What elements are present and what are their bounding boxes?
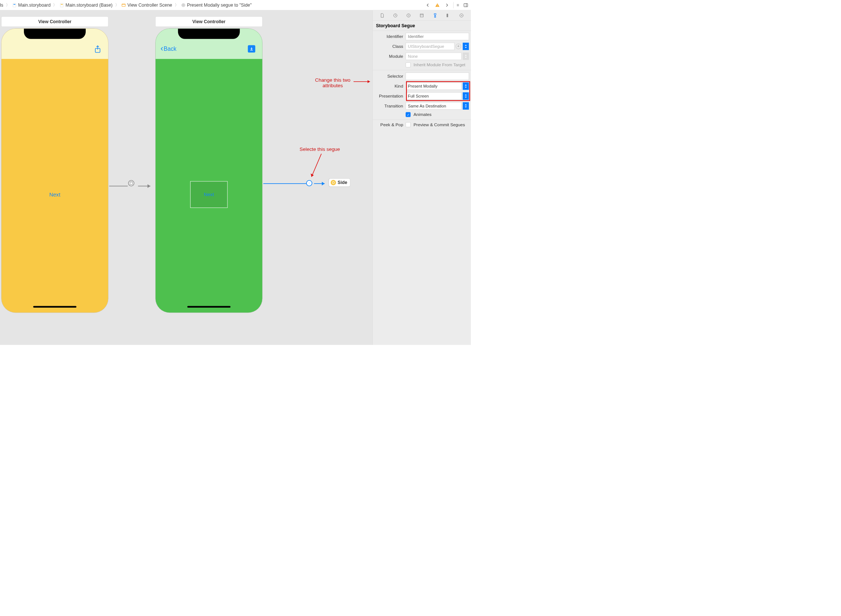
connections-inspector-tab[interactable] — [459, 12, 464, 18]
storyboard-canvas[interactable]: View Controller Next View — [0, 10, 372, 345]
notch-icon — [24, 29, 86, 39]
svg-rect-19 — [130, 182, 132, 182]
kind-label: Kind — [375, 84, 406, 88]
animates-label: Animates — [413, 112, 432, 117]
segue-node-1[interactable] — [128, 180, 134, 186]
selector-label: Selector — [375, 73, 406, 78]
svg-rect-18 — [130, 182, 132, 184]
svg-text:?: ? — [408, 14, 409, 16]
scene-title[interactable]: View Controller — [155, 16, 262, 27]
module-label: Module — [375, 54, 406, 59]
size-inspector-tab[interactable] — [445, 12, 451, 18]
inspector-panel: ? Storyboard Segue Identifier Class UISt… — [372, 10, 471, 345]
transition-label: Transition — [375, 103, 406, 108]
breadcrumb-bar: ls〉 Main.storyboard〉 Main.storyboard (Ba… — [0, 0, 471, 10]
outline-icon[interactable] — [453, 2, 460, 8]
segue-node-selected[interactable] — [306, 180, 312, 186]
svg-point-25 — [332, 182, 334, 183]
selector-field[interactable] — [406, 72, 469, 80]
module-dropdown-button[interactable] — [463, 53, 469, 60]
inspector-tabs: ? — [373, 10, 471, 21]
section-title: Storyboard Segue — [373, 21, 471, 31]
attributes-inspector-tab[interactable] — [432, 12, 438, 18]
presentation-label: Presentation — [375, 94, 406, 98]
identity-inspector-tab[interactable] — [419, 12, 425, 18]
adjust-editor-icon[interactable] — [463, 2, 469, 8]
breadcrumb[interactable]: ls〉 Main.storyboard〉 Main.storyboard (Ba… — [0, 2, 252, 8]
segue-arrow-selected[interactable] — [264, 181, 327, 187]
history-inspector-tab[interactable] — [392, 12, 399, 18]
scene-icon — [121, 3, 126, 7]
storyboard-base-icon — [59, 3, 64, 7]
svg-rect-7 — [183, 4, 184, 6]
nav-back-icon[interactable] — [425, 2, 431, 8]
annotation-arrow-1 — [353, 79, 373, 84]
peek-pop-label: Peek & Pop — [375, 122, 406, 127]
inherit-module-label: Inherit Module From Target — [413, 63, 465, 67]
scene-title[interactable]: View Controller — [1, 16, 108, 27]
animates-checkbox[interactable]: ✓ — [406, 112, 410, 117]
help-inspector-tab[interactable]: ? — [406, 12, 412, 18]
class-add-button[interactable]: + — [456, 44, 462, 49]
download-icon[interactable] — [248, 45, 255, 53]
crumb-root[interactable]: ls — [0, 2, 3, 8]
transition-dropdown-button[interactable] — [463, 102, 469, 110]
preview-commit-label: Preview & Commit Segues — [413, 122, 465, 127]
preview-commit-checkbox[interactable] — [406, 122, 410, 127]
home-indicator — [187, 306, 231, 308]
class-field[interactable]: UIStoryboardSegue — [406, 43, 455, 50]
nav-forward-icon[interactable] — [444, 2, 450, 8]
device-frame-2[interactable]: ‹Back Next — [155, 28, 262, 313]
kind-dropdown-button[interactable] — [463, 82, 469, 90]
crumb-base[interactable]: Main.storyboard (Base) — [66, 2, 113, 8]
kind-select[interactable]: Present Modally — [406, 82, 462, 90]
svg-rect-13 — [464, 3, 467, 7]
svg-point-6 — [182, 4, 185, 7]
svg-rect-9 — [437, 6, 437, 6]
identifier-field[interactable] — [406, 33, 469, 40]
transition-select[interactable]: Same As Destination — [406, 102, 462, 110]
svg-line-27 — [312, 154, 322, 177]
segue-icon — [181, 3, 185, 7]
svg-rect-1 — [14, 4, 15, 5]
svg-rect-8 — [437, 4, 437, 6]
identifier-label: Identifier — [375, 34, 406, 39]
class-label: Class — [375, 44, 406, 48]
container-view[interactable]: Next — [190, 181, 228, 208]
share-icon[interactable] — [94, 45, 101, 54]
crumb-scene[interactable]: View Controller Scene — [127, 2, 172, 8]
warning-icon[interactable] — [434, 2, 440, 8]
storyboard-file-icon — [12, 3, 16, 7]
file-inspector-tab[interactable] — [379, 12, 385, 18]
svg-rect-31 — [420, 14, 423, 17]
annotation-arrow-2 — [309, 154, 325, 181]
crumb-segue[interactable]: Present Modally segue to "Side" — [187, 2, 252, 8]
svg-rect-2 — [60, 3, 63, 7]
storyboard-ref-icon — [331, 180, 336, 185]
back-button[interactable]: ‹Back — [160, 45, 176, 52]
notch-icon — [178, 29, 240, 39]
device-frame-1[interactable]: Next — [1, 28, 108, 313]
crumb-file[interactable]: Main.storyboard — [18, 2, 50, 8]
annotation-segue: Selecte this segue — [299, 147, 340, 153]
annotation-attributes: Change this two attributes — [309, 77, 356, 88]
side-reference[interactable]: Side — [329, 179, 350, 186]
module-select[interactable]: None — [406, 53, 462, 60]
home-indicator — [33, 306, 76, 308]
svg-rect-0 — [13, 3, 16, 7]
class-dropdown-button[interactable] — [463, 43, 469, 50]
presentation-select[interactable]: Full Screen — [406, 92, 462, 100]
svg-rect-4 — [122, 4, 126, 6]
presentation-dropdown-button[interactable] — [463, 92, 469, 100]
inherit-module-checkbox[interactable] — [406, 63, 410, 67]
svg-rect-3 — [61, 4, 63, 5]
next-button[interactable]: Next — [49, 191, 60, 198]
svg-rect-23 — [309, 183, 310, 183]
